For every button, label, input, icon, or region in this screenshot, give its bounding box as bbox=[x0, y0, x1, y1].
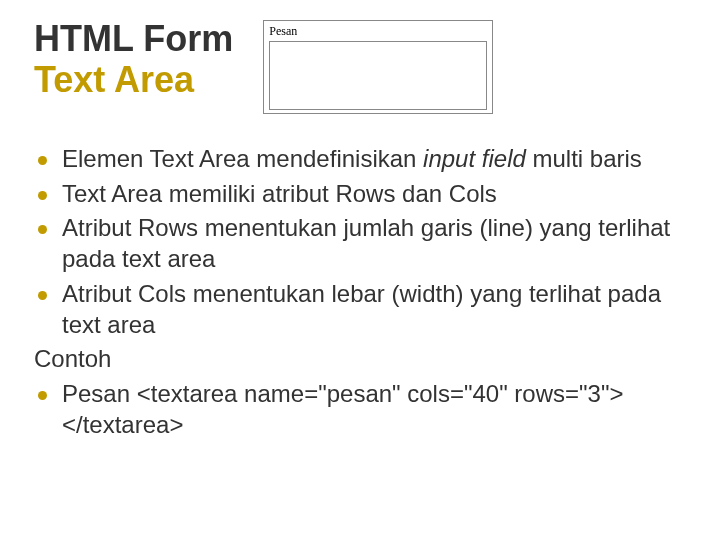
text: Elemen Text Area mendefinisikan bbox=[62, 145, 423, 172]
list-item: Elemen Text Area mendefinisikan input fi… bbox=[34, 144, 686, 175]
list-item: Pesan <textarea name="pesan" cols="40" r… bbox=[34, 379, 686, 440]
list-item: Text Area memiliki atribut Rows dan Cols bbox=[34, 179, 686, 210]
text: Atribut Rows menentukan jumlah garis (li… bbox=[62, 214, 670, 272]
text: Atribut Cols menentukan lebar (width) ya… bbox=[62, 280, 661, 338]
title-line1: HTML Form bbox=[34, 18, 233, 59]
list-item: Atribut Rows menentukan jumlah garis (li… bbox=[34, 213, 686, 274]
slide-body: Elemen Text Area mendefinisikan input fi… bbox=[34, 144, 686, 440]
textarea-preview-label: Pesan bbox=[269, 24, 487, 39]
list-item: Atribut Cols menentukan lebar (width) ya… bbox=[34, 279, 686, 340]
text: Text Area memiliki atribut Rows dan Cols bbox=[62, 180, 497, 207]
title-line2: Text Area bbox=[34, 59, 194, 100]
text: Pesan <textarea name="pesan" cols="40" r… bbox=[62, 380, 623, 438]
textarea-preview-box: Pesan bbox=[263, 20, 493, 114]
text: multi baris bbox=[526, 145, 642, 172]
textarea-preview-field bbox=[269, 41, 487, 110]
contoh-label: Contoh bbox=[34, 344, 686, 375]
header-row: HTML Form Text Area Pesan bbox=[34, 18, 686, 114]
bullet-list: Elemen Text Area mendefinisikan input fi… bbox=[34, 144, 686, 340]
text-italic: input field bbox=[423, 145, 526, 172]
slide-title: HTML Form Text Area bbox=[34, 18, 233, 101]
slide: HTML Form Text Area Pesan Elemen Text Ar… bbox=[0, 0, 720, 440]
bullet-list-2: Pesan <textarea name="pesan" cols="40" r… bbox=[34, 379, 686, 440]
